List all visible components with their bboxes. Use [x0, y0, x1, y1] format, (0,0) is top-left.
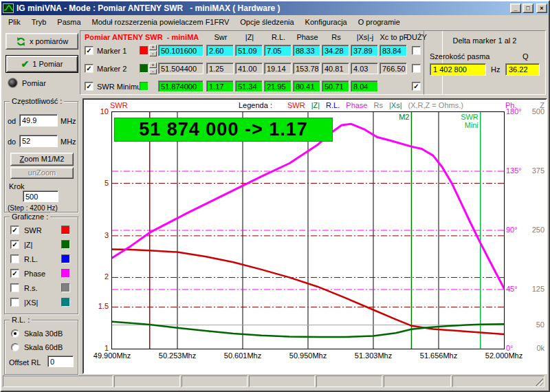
marker-spinner[interactable]: +- [149, 63, 157, 74]
menu-konfiguracja[interactable]: Konfiguracja [300, 17, 353, 28]
swr-min-label: Mini [437, 121, 478, 129]
step-input[interactable] [23, 190, 58, 202]
menu-modu-rozszerzenia-powielaczem-f1frv[interactable]: Moduł rozszerzenia powielaczem F1FRV [87, 17, 235, 28]
spinner-up-button[interactable]: + [149, 63, 157, 68]
visible-checkbox-marker-1[interactable]: ✓ [85, 46, 94, 55]
radio-skala-60db[interactable] [11, 343, 19, 351]
big-display-checkbox-swr-minimu[interactable]: ✓ [412, 82, 421, 91]
zoom-m1-m2-button[interactable]: Zoom M1/M2 [10, 153, 74, 166]
check-icon: ✔ [21, 58, 30, 69]
marker-value-cell: 766.50 [380, 63, 407, 74]
offset-rl-input[interactable] [47, 356, 74, 367]
unzoom-button[interactable]: unZoom [10, 167, 74, 179]
phase-tick-45: 45° [506, 285, 518, 293]
column-header-xs-j: |Xs|-j [351, 33, 380, 41]
menu-pasma[interactable]: Pasma [52, 17, 86, 28]
trace-label-r-s: R.s. [24, 284, 38, 292]
z-tick-375: 375 [525, 166, 544, 175]
marker-value-cell: 21.95 [264, 80, 292, 92]
status-panel-3 [182, 375, 248, 387]
big-display-checkbox-marker-1[interactable] [412, 46, 421, 55]
visible-checkbox-marker-2[interactable]: ✓ [85, 64, 94, 73]
measure-led-icon [8, 78, 17, 87]
marker-spinner[interactable]: +- [149, 45, 157, 56]
phase-tick-135: 135° [506, 166, 522, 175]
single-measure-label: 1 Pomiar [32, 60, 63, 68]
freq-from-unit: MHz [60, 117, 76, 125]
menu-o-programie[interactable]: O programie [353, 17, 406, 28]
freq-to-label: do [8, 138, 16, 146]
delta-title: Delta marker 1 al 2 [424, 36, 545, 45]
maximize-button[interactable]: □ [522, 3, 534, 13]
color-swatch [140, 46, 148, 55]
single-measure-button[interactable]: ✔ 1 Pomiar [6, 55, 78, 73]
marker-label: Marker 1 [97, 47, 126, 55]
chart-title: SWR [110, 101, 128, 109]
trace-checkbox-r-s[interactable] [10, 283, 19, 292]
marker-frequency-field[interactable]: 50.101600 [158, 45, 204, 56]
trace-checkbox-phase[interactable]: ✓ [10, 269, 19, 278]
marker-value-cell: 37.89 [351, 45, 378, 56]
column-header-swr: Swr [206, 33, 235, 41]
frequency-panel: Częstotliwość : od MHz do MHz Zoom M1/M2… [4, 101, 78, 213]
status-bar [1, 374, 549, 389]
measure-led-row: Pomiar [8, 78, 46, 87]
x-tick-49-900mhz: 49.900Mhz [89, 351, 135, 360]
menu-opcje-ledzenia[interactable]: Opcje śledzenia [234, 17, 299, 28]
visible-checkbox-swr-minimu[interactable]: ✓ [85, 82, 94, 91]
freq-to-input[interactable] [19, 135, 58, 147]
freq-from-input[interactable] [19, 114, 58, 127]
spinner-down-button[interactable]: - [149, 51, 157, 56]
legend-item-phase: Phase [346, 101, 367, 109]
swr-tick-2: 2 [85, 272, 109, 281]
marker-value-cell: 51.09 [235, 45, 263, 56]
marker-value-cell: 19.14 [264, 63, 292, 74]
z-tick-125: 125 [525, 285, 544, 293]
trace-label-z: |Z| [24, 241, 32, 249]
freq-from-label: od [8, 117, 16, 125]
trace-checkbox-xs[interactable] [10, 298, 19, 307]
marker2-label: M2 [368, 113, 409, 121]
big-display-checkbox-marker-2[interactable] [412, 64, 421, 73]
legend-item-r-l: R.L. [326, 101, 340, 109]
resize-grip[interactable] [535, 378, 543, 386]
column-header-z: |Z| [235, 33, 264, 41]
marker-value-cell: 88.33 [293, 45, 320, 56]
marker-value-cell: 4.03 [351, 63, 378, 74]
x-tick-50-601mhz: 50.601Mhz [219, 351, 266, 360]
menu-plik[interactable]: Plik [3, 17, 26, 28]
status-panel-6 [384, 375, 451, 387]
minimize-button[interactable]: _ [510, 3, 521, 13]
menu-tryb[interactable]: Tryb [26, 17, 52, 28]
spinner-up-button[interactable]: + [149, 45, 157, 50]
marker-value-cell: 2.60 [206, 45, 234, 56]
trace-checkbox-z[interactable]: ✓ [10, 240, 19, 249]
trace-checkbox-swr[interactable]: ✓ [10, 226, 19, 235]
marker-label: Marker 2 [97, 65, 126, 73]
app-icon [3, 3, 14, 14]
marker-label: SWR Minimu [97, 83, 141, 91]
marker-frequency-field[interactable]: 51.874000 [158, 80, 204, 92]
trace-swatch-xs [61, 298, 70, 307]
marker-value-cell: 1.25 [206, 63, 234, 74]
trace-checkbox-r-l[interactable] [10, 254, 19, 263]
marker-value-cell: 34.28 [322, 45, 349, 56]
radio-skala-30db[interactable] [11, 329, 19, 338]
status-panel-2 [114, 375, 180, 387]
legend-item-xs: |Xs| [389, 101, 402, 109]
trace-label-swr: SWR [24, 226, 42, 235]
spinner-down-button[interactable]: - [149, 69, 157, 74]
marker-row-marker-1: ✓Marker 1+-50.1016002.6051.097.0588.3334… [80, 45, 442, 57]
top-panel: x pomiarów ✔ 1 Pomiar Pomiar Pomiar ANTE… [1, 28, 549, 98]
trace-label-r-l: R.L. [24, 255, 38, 263]
multi-measure-button[interactable]: x pomiarów [6, 33, 78, 50]
title-bar: IG miniVNA - Mode : Pomiar ANTENY SWR - … [1, 1, 549, 15]
marker-value-cell: 1.17 [206, 80, 234, 92]
x-tick-51-303mhz: 51.303Mhz [350, 351, 397, 360]
marker-value-cell: 40.81 [322, 63, 349, 74]
close-button[interactable]: × [536, 3, 547, 13]
marker-value-cell: 153.78 [293, 63, 320, 74]
x-tick-52-000mhz: 52.000Mhz [481, 351, 527, 360]
marker-frequency-field[interactable]: 51.504400 [158, 63, 204, 74]
marker-value-cell: 50.71 [322, 80, 349, 92]
